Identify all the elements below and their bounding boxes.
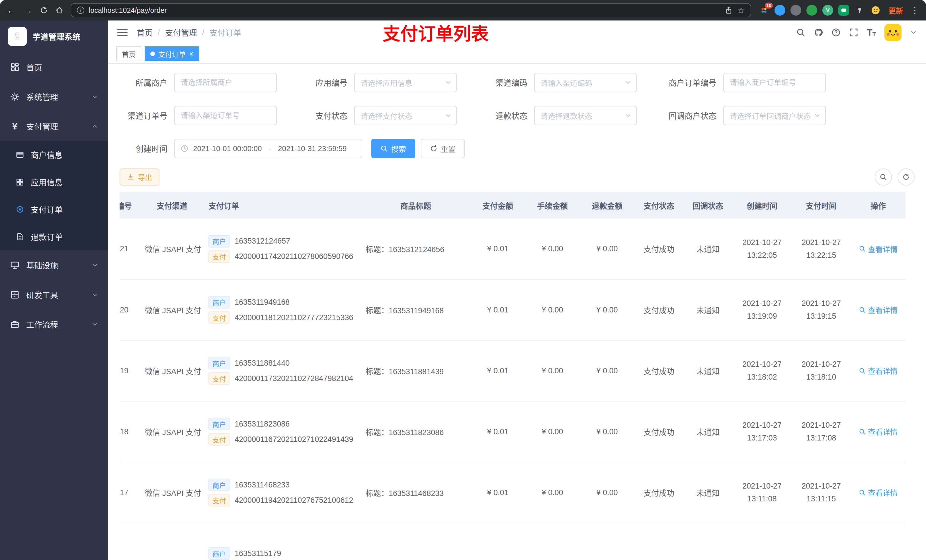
- profile-avatar-icon[interactable]: [870, 5, 881, 16]
- sidebar-item-system[interactable]: 系统管理: [0, 82, 108, 112]
- share-icon[interactable]: [725, 6, 733, 14]
- app-id-select[interactable]: 请选择应用信息: [354, 73, 457, 92]
- channel-code-select[interactable]: 请输入渠道编码: [534, 73, 637, 92]
- extension-gray-icon[interactable]: [790, 5, 801, 16]
- app-frame: 芋道管理系统 首页 系统管理 ¥ 支付管理 商户信息: [0, 21, 926, 560]
- hamburger-icon[interactable]: [117, 29, 127, 36]
- cell-pay-amount: ¥ 0.01: [471, 219, 525, 279]
- breadcrumb-home[interactable]: 首页: [137, 27, 153, 38]
- channel-order-no-input[interactable]: [174, 106, 277, 125]
- filter-create-time: 创建时间 2021-10-01 00:00:00 - 2021-10-31 23…: [120, 139, 362, 158]
- cell-channel: 微信 JSAPI 支付: [140, 219, 204, 279]
- browser-home-button[interactable]: [55, 6, 63, 14]
- sidebar-item-label: 首页: [26, 62, 42, 73]
- cell-create-time: 2021-10-2713:19:09: [732, 279, 791, 340]
- view-detail-link[interactable]: 查看详情: [859, 305, 897, 315]
- browser-back-button[interactable]: ←: [7, 6, 16, 15]
- cell-channel: 微信 JSAPI 支付: [140, 340, 204, 401]
- extension-vue-icon[interactable]: V: [822, 5, 833, 16]
- sidebar-item-refund-order[interactable]: 退款订单: [0, 223, 108, 251]
- field-label: 所属商户: [120, 77, 174, 88]
- sidebar-item-home[interactable]: 首页: [0, 52, 108, 82]
- merchant-tag: 商户: [209, 418, 230, 430]
- github-icon[interactable]: [814, 28, 823, 37]
- sidebar-item-workflow[interactable]: 工作流程: [0, 309, 108, 339]
- pay-order-no: 4200001173202110272847982104: [235, 374, 353, 383]
- tab-pay-order[interactable]: 支付订单 ×: [145, 46, 199, 61]
- cell-pay-amount: ¥ 0.01: [471, 401, 525, 462]
- sidebar-item-merchant-info[interactable]: 商户信息: [0, 141, 108, 169]
- site-info-icon[interactable]: i: [77, 6, 84, 14]
- bookmark-star-icon[interactable]: ☆: [737, 5, 745, 15]
- col-pay-amount: 支付金额: [471, 192, 525, 219]
- cell-id: 19: [120, 340, 140, 401]
- range-end[interactable]: 2021-10-31 23:59:59: [278, 144, 346, 153]
- help-icon[interactable]: [831, 28, 841, 37]
- fullscreen-icon[interactable]: [849, 28, 858, 37]
- sidebar-item-payment[interactable]: ¥ 支付管理: [0, 112, 108, 141]
- cell-status: 支付成功: [634, 219, 683, 279]
- view-detail-link[interactable]: 查看详情: [859, 365, 897, 376]
- browser-menu-icon[interactable]: ⋮: [911, 5, 919, 15]
- sidebar-item-app-info[interactable]: 应用信息: [0, 169, 108, 196]
- sidebar-item-pay-order[interactable]: 支付订单: [0, 196, 108, 223]
- merchant-order-no: 16353115179: [235, 549, 281, 558]
- sidebar-item-label: 退款订单: [31, 231, 63, 242]
- search-button[interactable]: 搜索: [371, 139, 415, 158]
- pay-tag: 支付: [209, 494, 230, 507]
- url-text[interactable]: localhost:1024/pay/order: [89, 6, 720, 15]
- browser-forward-button[interactable]: →: [23, 6, 32, 15]
- notify-status-select[interactable]: 请选择订单回调商户状态: [723, 106, 826, 125]
- merchant-order-no-input[interactable]: [723, 73, 826, 92]
- sidebar-item-dev-tools[interactable]: 研发工具: [0, 280, 108, 309]
- reset-button[interactable]: 重置: [421, 139, 465, 158]
- browser-refresh-button[interactable]: [40, 6, 48, 14]
- col-order: 支付订单: [204, 192, 361, 219]
- breadcrumb-payment[interactable]: 支付管理: [165, 27, 197, 38]
- view-detail-link[interactable]: 查看详情: [859, 487, 897, 498]
- search-icon[interactable]: [796, 28, 805, 37]
- refresh-table-button[interactable]: [897, 169, 915, 186]
- search-icon: [859, 489, 865, 496]
- tab-home[interactable]: 首页: [116, 46, 141, 61]
- select-placeholder: 请选择订单回调商户状态: [729, 110, 811, 121]
- chevron-down-icon[interactable]: [910, 29, 917, 36]
- extension-pin-icon[interactable]: [854, 5, 865, 16]
- owner-merchant-input[interactable]: [174, 73, 277, 92]
- refresh-icon: [430, 145, 437, 152]
- browser-update-button[interactable]: 更新: [888, 5, 903, 16]
- view-detail-link[interactable]: 查看详情: [859, 244, 897, 254]
- extension-chat-icon[interactable]: [838, 5, 849, 16]
- cell-order: 商户1635311823086 支付4200001167202110271022…: [204, 401, 361, 462]
- sidebar-item-infrastructure[interactable]: 基础设施: [0, 251, 108, 280]
- topbar-actions: TT: [796, 24, 917, 41]
- export-button-label: 导出: [138, 172, 152, 182]
- create-time-range-picker[interactable]: 2021-10-01 00:00:00 - 2021-10-31 23:59:5…: [174, 139, 362, 158]
- sidebar-logo[interactable]: 芋道管理系统: [0, 21, 108, 52]
- export-button[interactable]: 导出: [120, 169, 159, 186]
- font-size-icon[interactable]: TT: [867, 28, 876, 37]
- extension-palette-icon[interactable]: 10: [758, 5, 769, 16]
- table-row: 17 微信 JSAPI 支付 商户1635311468233 支付4200001…: [120, 462, 905, 523]
- extension-green-icon[interactable]: [806, 5, 817, 16]
- col-channel: 支付渠道: [140, 192, 204, 219]
- range-start[interactable]: 2021-10-01 00:00:00: [193, 144, 262, 153]
- chevron-down-icon: [445, 112, 452, 119]
- toggle-search-button[interactable]: [875, 169, 892, 186]
- close-icon[interactable]: ×: [189, 50, 193, 57]
- pay-tag: 支付: [209, 251, 230, 263]
- cell-pay-amount: ¥ 0.01: [471, 340, 525, 401]
- address-bar[interactable]: i localhost:1024/pay/order ☆: [71, 3, 751, 17]
- user-avatar[interactable]: [884, 24, 902, 41]
- toolbox-icon: [10, 290, 20, 299]
- refund-status-select[interactable]: 请选择退款状态: [534, 106, 637, 125]
- merchant-tag: 商户: [209, 478, 230, 491]
- cell-channel: 微信 JSAPI 支付: [140, 279, 204, 340]
- view-detail-link[interactable]: 查看详情: [859, 426, 897, 437]
- cell-pay-time: 2021-10-2713:17:08: [791, 401, 851, 462]
- cell-status: 支付成功: [634, 401, 683, 462]
- cell-id: [120, 523, 140, 560]
- extension-blue-icon[interactable]: [775, 5, 785, 16]
- pay-tag: 支付: [209, 311, 230, 324]
- pay-status-select[interactable]: 请选择支付状态: [354, 106, 457, 125]
